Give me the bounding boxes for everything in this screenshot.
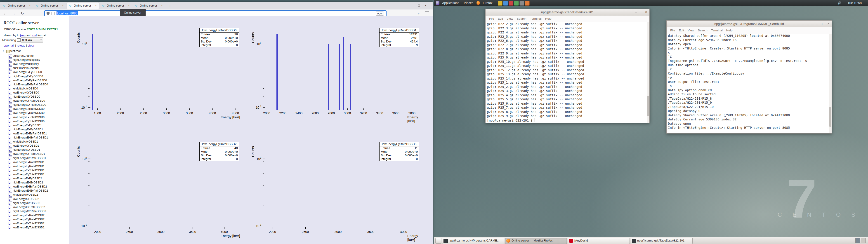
url-input[interactable]: localhost:8085 <box>57 11 78 16</box>
new-tab-button[interactable]: + <box>167 3 173 8</box>
y-minor-tick <box>263 169 264 169</box>
keyboard-indicator-icon[interactable] <box>498 1 502 6</box>
updater-tray-icon[interactable] <box>508 1 513 6</box>
terminal-menu-edit[interactable]: Edit <box>498 17 503 20</box>
workspace-2[interactable] <box>861 238 866 243</box>
stats-box[interactable]: lowEnergyEyRateDSSD1Entries12431Mean2601… <box>379 28 419 47</box>
tab-online-server-2[interactable]: ∿Online server× <box>34 2 66 9</box>
hamburger-menu-icon[interactable] <box>425 11 429 15</box>
expand-arrow-icon[interactable]: ▸ <box>3 50 4 52</box>
panel-clock[interactable]: Tue 10:58 <box>847 0 862 6</box>
terminal-scrollbar-thumb[interactable] <box>829 106 831 127</box>
stats-row: Integral0 <box>199 157 239 161</box>
taskbar-button-3[interactable]: [AnyDesk] <box>568 238 630 244</box>
terminal-close-button[interactable]: × <box>827 22 829 26</box>
taskbar-button-2[interactable]: Online server — Mozilla Firefox <box>505 238 567 244</box>
histogram-leaf-icon <box>8 111 12 115</box>
volume-icon[interactable]: 🔊 <box>838 1 841 5</box>
stats-box[interactable]: lowEnergyEyRateDSSD2Entries48Mean0.000e+… <box>199 142 239 161</box>
stats-box[interactable]: lowEnergyEyRateDSSD3Entries11Mean0.000e+… <box>379 142 419 161</box>
terminal-menu-file[interactable]: File <box>489 17 494 20</box>
y-axis-title: Counts <box>76 146 80 157</box>
terminal-menu-help[interactable]: Help <box>726 29 733 32</box>
tab-close-icon[interactable]: × <box>94 4 98 7</box>
stats-label: Entries <box>381 146 390 150</box>
terminal-maximize-button[interactable]: □ <box>822 22 824 26</box>
stats-box[interactable]: lowEnergyEyRateDSSD0Entries36Mean0.000e+… <box>199 28 239 47</box>
tab-close-icon[interactable]: × <box>61 4 65 7</box>
show-desktop-button[interactable] <box>435 238 441 244</box>
terminal-menu-search[interactable]: Search <box>517 17 526 20</box>
x-tick-label: 3400 <box>376 111 383 115</box>
tab-close-icon[interactable]: × <box>160 4 164 7</box>
terminal-menu-view[interactable]: View <box>506 17 513 20</box>
terminal-line: Data spy option enabled <box>666 88 832 92</box>
window-minimize-button[interactable]: – <box>410 3 414 8</box>
xml-link[interactable]: xml <box>32 34 37 37</box>
taskbar-button-4[interactable]: npg@carme-gsi:/TapeData/G22-201 <box>631 238 692 244</box>
terminal-line: gzip: R25_5.gz already has .gz suffix --… <box>486 97 649 101</box>
page-info-icon[interactable] <box>52 12 55 16</box>
terminal-menu-edit[interactable]: Edit <box>679 29 684 32</box>
terminal-scrollbar-thumb[interactable] <box>647 96 649 116</box>
reload-button[interactable]: ↻ <box>20 11 25 17</box>
monitoring-checkbox[interactable] <box>17 38 20 41</box>
terminal-menu-view[interactable]: View <box>688 29 694 32</box>
tree-action-links: open all | reload | clear <box>4 44 34 47</box>
tab-online-server-1[interactable]: ∿Online server× <box>1 2 33 9</box>
screenshot-tray-icon[interactable] <box>520 1 524 6</box>
terminal-menu-help[interactable]: Help <box>545 17 552 20</box>
network-tray-icon[interactable] <box>525 1 530 6</box>
tree-item-label: lowEnergyExRateDSSD2 <box>13 214 44 217</box>
tab-online-server-4[interactable]: ∿Online server× <box>100 2 132 9</box>
terminal-output[interactable]: gzip: R22_2.gz already has .gz suffix --… <box>486 22 649 123</box>
overflow-menu-icon[interactable]: » <box>416 11 421 17</box>
terminal-minimize-button[interactable]: – <box>635 10 637 14</box>
back-button[interactable]: ← <box>2 11 8 17</box>
layout-select[interactable]: grid 2x2 ▾ <box>20 37 43 42</box>
tab-close-icon[interactable]: × <box>127 4 131 7</box>
zoom-level-badge[interactable]: 90% <box>376 11 384 16</box>
terminal-title[interactable]: npg@carme-gsi:~/Programs/CARME_Sort/buil… <box>666 21 832 28</box>
workspace-switcher[interactable] <box>855 238 866 243</box>
terminal-menu-file[interactable]: File <box>670 29 675 32</box>
x-tick <box>236 109 236 110</box>
places-menu[interactable]: Places <box>462 0 475 6</box>
clear-link[interactable]: clear <box>28 44 34 47</box>
chat-tray-icon[interactable] <box>514 1 519 6</box>
tree-item-label: xyMultiplicityDSSD2 <box>13 193 38 196</box>
terminal-close-button[interactable]: × <box>645 10 647 14</box>
stats-row: Std Dev0.000e+0 <box>199 154 239 157</box>
tree-item-label: highEnergyExEyPairDSSD2 <box>13 189 48 192</box>
terminal-minimize-button[interactable]: – <box>817 22 819 26</box>
tree-item-label: highEnergyExEyDSSD0 <box>13 75 43 78</box>
histogram-leaf-icon <box>8 132 12 135</box>
y-minor-tick <box>88 206 90 206</box>
workspace-1[interactable] <box>855 238 860 243</box>
terminal-menu-terminal[interactable]: Terminal <box>711 29 723 32</box>
reload-link[interactable]: reload <box>17 44 25 47</box>
applications-menu[interactable]: Applications <box>440 0 462 6</box>
url-bar[interactable]: localhost:8085 90% <box>44 10 386 16</box>
taskbar-button-1[interactable]: npg@carme-gsi:~/Programs/CARME... <box>442 238 504 244</box>
firefox-panel-menu[interactable]: Firefox <box>480 0 495 6</box>
y-minor-tick <box>263 33 264 33</box>
window-maximize-button[interactable]: □ <box>416 3 421 8</box>
terminal-title[interactable]: npg@carme-gsi:/TapeData/G22-201 <box>486 9 649 16</box>
json-link[interactable]: json <box>20 34 26 37</box>
window-close-button[interactable]: × <box>423 3 428 8</box>
open-all-link[interactable]: open all <box>4 44 14 47</box>
tab-online-server-3[interactable]: ∿Online server× <box>67 2 99 9</box>
terminal-menu-search[interactable]: Search <box>698 29 708 32</box>
tab-online-server-5[interactable]: ∿Online server× <box>133 2 165 9</box>
tab-close-icon[interactable]: × <box>28 4 32 7</box>
terminal-maximize-button[interactable]: □ <box>640 10 642 14</box>
x-tick <box>97 109 98 110</box>
shield-icon[interactable] <box>46 12 50 15</box>
forward-button[interactable]: → <box>11 11 17 17</box>
terminal-output[interactable]: dataSpy Shared buffer area 0 (/SHM_11020… <box>666 34 832 133</box>
terminal-menu-terminal[interactable]: Terminal <box>530 17 541 20</box>
x-axis-title: Energy [keV] <box>407 234 420 242</box>
tree-item-label: highEnergyXYDSSD2 <box>13 202 40 205</box>
files-tray-icon[interactable] <box>503 1 508 6</box>
